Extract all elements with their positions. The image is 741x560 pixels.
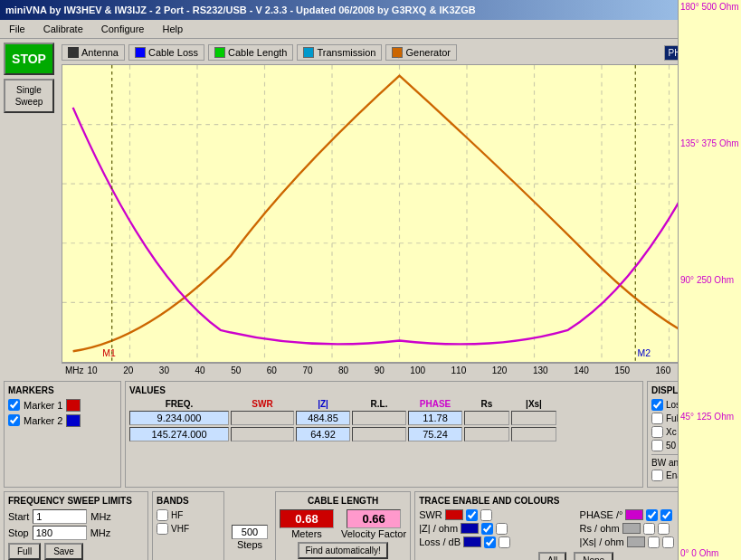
save-button[interactable]: Save — [44, 543, 83, 560]
stop-button[interactable]: STOP — [4, 43, 54, 75]
axis-label-135: 135° 375 Ohm — [680, 138, 739, 148]
transmission-tab-label: Transmission — [317, 47, 375, 58]
tab-antenna[interactable]: Y Antenna — [62, 44, 125, 61]
right-axis: 180° 500 Ohm 135° 375 Ohm 90° 250 Ohm 45… — [678, 0, 741, 560]
tick-70: 70 — [302, 365, 312, 375]
menu-configure[interactable]: Configure — [96, 22, 150, 36]
tab-bar: Y Antenna Cable Loss Cable Length Tran — [62, 43, 737, 62]
markers-panel: MARKERS Marker 1 Marker 2 — [4, 381, 121, 488]
stop-input[interactable] — [33, 526, 87, 540]
marker2-label: Marker 2 — [24, 415, 62, 426]
freq-title: FREQUENCY SWEEP LIMITS — [8, 496, 144, 506]
header-rl: R.L. — [352, 399, 406, 409]
phase-color-box — [625, 509, 643, 520]
tick-30: 30 — [159, 365, 169, 375]
title-bar: miniVNA by IW3HEV & IW3IJZ - 2 Port - RS… — [0, 0, 741, 20]
cable-loss-tab-icon — [135, 47, 146, 58]
xcxl-checkbox[interactable] — [651, 426, 663, 438]
iz1-value[interactable]: 484.85 — [296, 411, 350, 425]
tick-130: 130 — [533, 365, 548, 375]
axis-label-180: 180° 500 Ohm — [680, 2, 739, 12]
phase-check1[interactable] — [646, 509, 658, 521]
marker2-checkbox[interactable] — [8, 414, 20, 426]
generator-tab-label: Generator — [405, 47, 451, 58]
left-buttons: STOP SingleSweep — [4, 43, 58, 113]
vhf-label: VHF — [171, 524, 189, 534]
tick-90: 90 — [375, 365, 385, 375]
start-input[interactable] — [33, 509, 87, 524]
cable-values-row: 0.68 Meters 0.66 Velocity Factor — [280, 509, 406, 539]
tick-10: 10 — [88, 365, 98, 375]
steps-input[interactable] — [232, 525, 268, 539]
tab-cable-length[interactable]: Cable Length — [208, 44, 293, 61]
main-content: STOP SingleSweep Y Antenna Cable Loss — [0, 39, 741, 559]
ohm50-checkbox[interactable] — [651, 440, 663, 451]
rl2-value — [352, 427, 406, 441]
phase-check2[interactable] — [660, 509, 672, 521]
tick-60: 60 — [267, 365, 277, 375]
marker1-checkbox[interactable] — [8, 399, 20, 411]
menu-help[interactable]: Help — [157, 22, 188, 36]
meters-value[interactable]: 0.68 — [280, 509, 334, 528]
tab-generator[interactable]: Generator — [385, 44, 457, 61]
find-button[interactable]: Find automatically! — [298, 542, 387, 559]
steps-section: Steps — [228, 491, 271, 560]
enable-checkbox[interactable] — [651, 470, 663, 481]
iz-trace-label: |Z| / ohm — [419, 523, 458, 534]
transmission-tab-icon — [303, 47, 314, 58]
single-sweep-button[interactable]: SingleSweep — [4, 79, 54, 113]
velocity-value[interactable]: 0.66 — [347, 509, 401, 528]
xs-check2[interactable] — [662, 536, 674, 548]
swr-check2[interactable] — [480, 509, 492, 521]
velocity-label: Velocity Factor — [341, 528, 406, 539]
tab-transmission[interactable]: Transmission — [297, 44, 382, 61]
meters-section: 0.68 Meters — [280, 509, 334, 539]
tick-20: 20 — [123, 365, 133, 375]
xs-check1[interactable] — [648, 536, 660, 548]
axis-label-90: 90° 250 Ohm — [680, 275, 739, 285]
top-section: STOP SingleSweep Y Antenna Cable Loss — [4, 43, 737, 377]
phase2-value[interactable]: 75.24 — [408, 427, 462, 441]
freq1-value[interactable]: 9.234.000 — [129, 411, 229, 425]
loss-check2[interactable] — [499, 536, 510, 548]
vhf-checkbox[interactable] — [157, 523, 168, 535]
velocity-section: 0.66 Velocity Factor — [341, 509, 406, 539]
rs1-value — [464, 411, 509, 425]
iz-check1[interactable] — [481, 523, 493, 535]
loss-trace-row: Loss / dB — [419, 536, 572, 548]
steps-label: Steps — [237, 539, 262, 550]
lossx2-checkbox[interactable] — [651, 399, 663, 411]
tick-120: 120 — [492, 365, 508, 375]
rs-trace-label: Rs / ohm — [580, 523, 620, 534]
hf-checkbox[interactable] — [157, 509, 168, 521]
tab-cable-loss[interactable]: Cable Loss — [128, 44, 204, 61]
rs-check2[interactable] — [658, 523, 670, 535]
freq-buttons-row1: Full Save — [8, 543, 144, 560]
svg-text:M2: M2 — [638, 347, 651, 358]
menu-file[interactable]: File — [4, 22, 31, 36]
swr-trace-row: SWR — [419, 509, 572, 521]
full-checkbox[interactable] — [651, 413, 663, 424]
none-button[interactable]: None — [574, 552, 613, 560]
cable-length-tab-label: Cable Length — [228, 47, 287, 58]
full-button[interactable]: Full — [8, 543, 41, 560]
freq2-value[interactable]: 145.274.000 — [129, 427, 229, 441]
swr-check1[interactable] — [466, 509, 478, 521]
freq-start-row: Start MHz — [8, 509, 144, 524]
iz2-value[interactable]: 64.92 — [296, 427, 350, 441]
all-button[interactable]: All — [538, 552, 566, 560]
markers-title: MARKERS — [8, 385, 117, 395]
tick-80: 80 — [338, 365, 348, 375]
xs-trace-label: |Xs| / ohm — [580, 536, 624, 547]
phase1-value[interactable]: 11.78 — [408, 411, 462, 425]
menu-calibrate[interactable]: Calibrate — [38, 22, 89, 36]
tick-50: 50 — [231, 365, 241, 375]
rs-check1[interactable] — [643, 523, 655, 535]
header-freq: FREQ. — [129, 399, 229, 409]
graph-wrapper: M1 M2 180° 500 Ohm 135° 375 Ohm 90° 250 … — [62, 64, 737, 363]
frequency-panel: FREQUENCY SWEEP LIMITS Start MHz Stop MH… — [4, 491, 148, 560]
rl1-value — [352, 411, 406, 425]
cable-title: CABLE LENGTH — [308, 496, 378, 506]
loss-check1[interactable] — [484, 536, 496, 548]
iz-check2[interactable] — [496, 523, 508, 535]
